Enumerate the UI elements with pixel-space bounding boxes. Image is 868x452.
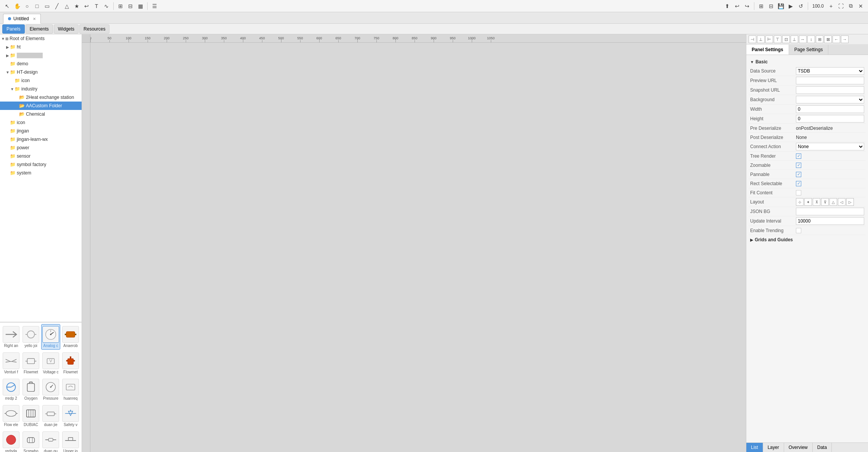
component-rredp-2[interactable]: rredp 2 [2,377,21,402]
component-pressure[interactable]: Pressure [41,377,60,402]
line-tool[interactable]: ╱ [53,2,61,10]
tree-item-demo[interactable]: 📁 demo [0,60,82,68]
bottom-tab-layer[interactable]: Layer [763,443,784,452]
rect-tool[interactable]: □ [33,2,41,10]
table-tool[interactable]: ⊞ [116,2,125,10]
grid-icon[interactable]: ⊟ [767,2,775,10]
tree-item-chemical[interactable]: 📂 Chemical [0,110,82,118]
align-spread-btn[interactable]: ⊞ [816,36,823,43]
panel-tab-panels[interactable]: Panels [2,24,25,34]
tree-item-icon2[interactable]: 📁 icon [0,118,82,127]
section-grids-header[interactable]: ▶ Grids and Guides [749,235,866,244]
tree-item-symbol-factory[interactable]: 📁 symbol factory [0,160,82,169]
tree-item-ht[interactable]: 📁 ht [0,43,82,51]
text-tool[interactable]: T [92,2,101,10]
component-redsda[interactable]: redsda [2,429,21,452]
send-back-btn[interactable]: → [841,36,849,43]
page-settings-tab[interactable]: Page Settings [789,45,829,55]
save-icon[interactable]: 💾 [777,2,785,10]
component-yello-joi[interactable]: yello joi [21,324,40,350]
component-flowmet2[interactable]: Flowmet [61,350,80,376]
layout-icon-1[interactable]: ⊹ [796,198,804,206]
triangle-tool[interactable]: △ [63,2,71,10]
component-right-an[interactable]: Right an [2,324,21,350]
undo-icon[interactable]: ↩ [733,2,741,10]
component-flowmete[interactable]: Flowmet [21,350,40,376]
tree-item-industry[interactable]: 📁 industry [0,85,82,93]
align-right-btn[interactable]: ⊢ [765,36,773,43]
component-venturi-f[interactable]: Venturi f [2,350,21,376]
bottom-tab-overview[interactable]: Overview [784,443,813,452]
layout-icon-2[interactable]: ✦ [804,198,812,206]
tree-item-blurred[interactable]: 📁 ████████ [0,51,82,60]
bring-forward-btn[interactable]: ← [833,36,840,43]
window-icon[interactable]: ⧉ [847,2,855,10]
checkbox-enable-trending[interactable] [796,228,801,233]
select-data-source[interactable]: TSDB [796,67,864,75]
tree-item-power[interactable]: 📁 power [0,144,82,152]
tree-item-system[interactable]: 📁 system [0,169,82,177]
redo-icon[interactable]: ↪ [743,2,751,10]
pan-tool[interactable]: ✋ [13,2,21,10]
component-screwbo[interactable]: Screwbo [21,429,40,452]
tree-item-jingan[interactable]: 📁 jingan [0,127,82,135]
tree-item-icon-sub[interactable]: 📁 icon [0,76,82,85]
component-duan-gu[interactable]: duan gu [41,429,60,452]
input-preview-url[interactable] [796,77,864,84]
star-tool[interactable]: ★ [72,2,81,10]
checkbox-rect-selectable[interactable]: ✓ [796,181,801,186]
component-upper-jo[interactable]: Upper jo [61,429,80,452]
layout-icon-5[interactable]: △ [829,198,837,206]
layout-icon-3[interactable]: ⊼ [813,198,820,206]
tab-untitled[interactable]: Untitled ✕ [3,14,41,24]
input-height[interactable] [796,115,864,123]
select-background[interactable] [796,96,864,103]
section-basic-header[interactable]: ▼ Basic [749,57,866,66]
select-connect-action[interactable]: None [796,143,864,150]
tab-close[interactable]: ✕ [33,17,36,21]
align-pack-btn[interactable]: ⊠ [824,36,832,43]
align-center-v-btn[interactable]: ⊥ [757,36,765,43]
export-icon[interactable]: ⬆ [723,2,731,10]
layout-icon-4[interactable]: ⊽ [821,198,829,206]
component-duan-jie[interactable]: duan jie [41,403,60,429]
tree-item-sensor[interactable]: 📁 sensor [0,152,82,160]
component-huanreq[interactable]: huanreq [61,377,80,402]
component-analog-c[interactable]: Analog c [41,324,60,350]
panel-tab-elements[interactable]: Elements [26,24,53,34]
rounded-rect-tool[interactable]: ▭ [43,2,51,10]
component-voltage-c[interactable]: V Voltage c [41,350,60,376]
align-bottom-btn[interactable]: ⊥ [791,36,798,43]
media-tool[interactable]: ▦ [136,2,145,10]
frame-tool[interactable]: ⊟ [126,2,135,10]
align-left-btn[interactable]: ⊣ [749,36,756,43]
poly-tool[interactable]: ∿ [102,2,111,10]
tree-item-ht-design[interactable]: 📁 HT-design [0,68,82,76]
component-oxygen[interactable]: Oxygen [21,377,40,402]
layout-icon-7[interactable]: ▷ [846,198,854,206]
close-icon[interactable]: ✕ [857,2,865,10]
panel-settings-tab[interactable]: Panel Settings [746,45,789,55]
canvas-area[interactable]: 0501001502002503003504004505005506006507… [82,34,746,452]
align-top-btn[interactable]: ⊤ [774,36,781,43]
refresh-icon[interactable]: ↺ [797,2,805,10]
input-json-bg[interactable] [796,208,864,215]
tree-item-root[interactable]: ⊞ Root of Elements [0,34,82,43]
input-width[interactable] [796,105,864,113]
distribute-h-btn[interactable]: ↔ [799,36,807,43]
checkbox-pannable[interactable]: ✓ [796,172,801,177]
component-flow-ele[interactable]: Flow ele [2,403,21,429]
zoom-in-icon[interactable]: + [827,2,835,10]
bottom-tab-data[interactable]: Data [813,443,832,452]
align-icon[interactable]: ⊞ [757,2,765,10]
tree-item-2heat[interactable]: 📂 2Heat exchange station [0,93,82,102]
panel-tab-widgets[interactable]: Widgets [54,24,79,34]
ellipse-tool[interactable]: ○ [23,2,31,10]
component-safety-v[interactable]: Safety v [61,403,80,429]
panel-tab-resources[interactable]: Resources [79,24,109,34]
align-center-h-btn[interactable]: ⊡ [782,36,790,43]
component-anaerob[interactable]: Anaerob [61,324,80,350]
input-update-interval[interactable] [796,217,864,225]
fullscreen-icon[interactable]: ⛶ [837,2,845,10]
undo-shape-tool[interactable]: ↩ [82,2,91,10]
